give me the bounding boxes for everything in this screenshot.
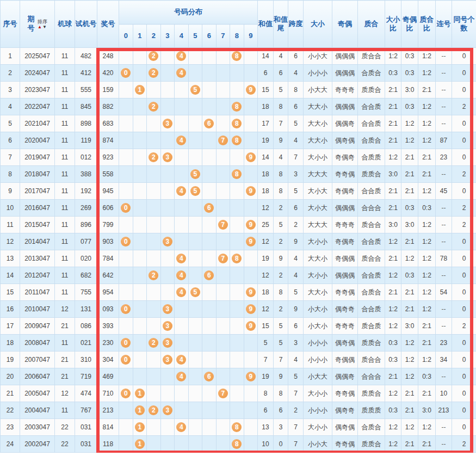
parity-cell: 偶奇偶 <box>332 335 358 352</box>
digit-ball: 4 <box>176 270 186 280</box>
col-header-test[interactable]: 试机号 <box>75 1 97 48</box>
col-header-parity-ratio[interactable]: 奇偶比 <box>401 1 418 48</box>
dist-cell-8 <box>230 65 244 82</box>
table-row: 22200404711767213123662小小小偶奇奇质质质0:32:13:… <box>1 402 476 419</box>
dist-cell-8: 8 <box>230 115 244 132</box>
sum-cell: 12 <box>258 301 274 318</box>
col-header-prime[interactable]: 质合 <box>358 1 385 48</box>
period-cell: 2003047 <box>20 419 55 436</box>
col-header-span[interactable]: 跨度 <box>288 1 304 48</box>
size-cell: 小小大 <box>304 48 332 65</box>
col-header-machine[interactable]: 机球 <box>55 1 75 48</box>
table-row: 32023047115551591591558小大大奇奇奇质质合2:13:02:… <box>1 82 476 98</box>
parity-ratio-cell: 1:2 <box>401 352 418 368</box>
prime-cell: 质合质 <box>358 318 385 335</box>
prize-cell: 248 <box>97 48 119 65</box>
col-header-same-count[interactable]: 同号个数 <box>452 1 476 48</box>
sort-asc-icon[interactable]: ▲ <box>38 25 42 29</box>
col-header-consecutive[interactable]: 连号 <box>436 1 452 48</box>
prize-cell: 710 <box>97 385 119 402</box>
digit-ball: 0 <box>121 304 131 314</box>
digit-ball: 4 <box>176 186 186 196</box>
sort-desc-icon[interactable]: ▼ <box>42 25 47 29</box>
dist-cell-9: 9 <box>244 183 258 200</box>
consecutive-cell: 23 <box>436 149 452 166</box>
dist-cell-7 <box>216 368 230 385</box>
dist-cell-2 <box>147 217 161 233</box>
table-row: 24200204722031118181007小小大奇奇偶质质合1:22:12:… <box>1 436 476 453</box>
dist-cell-8 <box>230 301 244 318</box>
col-header-sum-tail[interactable]: 和值尾 <box>274 1 288 48</box>
prime-cell: 合质合 <box>358 284 385 301</box>
prime-ratio-cell: 0:3 <box>418 200 436 217</box>
prime-cell: 质质合 <box>358 82 385 98</box>
same-count-cell: 0 <box>452 284 476 301</box>
dist-cell-9: 9 <box>244 82 258 98</box>
dist-cell-3: 3 <box>160 318 175 335</box>
consecutive-cell: 34 <box>436 352 452 368</box>
prime-ratio-cell: 1:2 <box>418 233 436 250</box>
prime-ratio-cell: 2:1 <box>418 436 436 453</box>
digit-ball: 6 <box>204 372 214 381</box>
test-cell: 896 <box>75 217 97 233</box>
size-ratio-cell: 3:0 <box>385 166 401 183</box>
table-row: 132013047110207844781994大大小奇偶偶质合合2:11:21… <box>1 250 476 267</box>
dist-cell-1 <box>133 301 147 318</box>
dist-cell-5 <box>188 385 202 402</box>
test-cell: 310 <box>75 352 97 368</box>
digit-ball: 9 <box>246 152 256 162</box>
dist-cell-1 <box>133 65 147 82</box>
col-header-seq[interactable]: 序号 <box>1 1 20 48</box>
dist-cell-4 <box>175 402 189 419</box>
dist-cell-1 <box>133 200 147 217</box>
span-cell: 2 <box>288 402 304 419</box>
parity-cell: 偶偶偶 <box>332 267 358 284</box>
period-cell: 2002047 <box>20 436 55 453</box>
sum-tail-cell: 6 <box>274 65 288 82</box>
col-header-sum[interactable]: 和值 <box>258 1 274 48</box>
parity-cell: 奇奇奇 <box>332 82 358 98</box>
dist-cell-1 <box>133 149 147 166</box>
digit-ball: 8 <box>232 422 242 432</box>
sort-control[interactable]: 排序 ▲ ▼ <box>37 19 48 29</box>
test-cell: 020 <box>75 250 97 267</box>
dist-cell-2 <box>147 82 161 98</box>
prize-cell: 954 <box>97 284 119 301</box>
test-cell: 755 <box>75 284 97 301</box>
dist-cell-8 <box>230 318 244 335</box>
col-header-prize[interactable]: 奖号 <box>97 1 119 48</box>
dist-cell-1 <box>133 233 147 250</box>
dist-cell-9: 9 <box>244 233 258 250</box>
dist-cell-7 <box>216 149 230 166</box>
dist-cell-0 <box>119 132 133 149</box>
col-header-prime-ratio[interactable]: 质合比 <box>418 1 436 48</box>
digit-ball: 6 <box>204 270 214 280</box>
col-header-period[interactable]: 期号 排序 ▲ ▼ <box>20 1 55 48</box>
digit-ball: 2 <box>149 338 158 348</box>
table-row: 18200804711021230023553小小小偶奇偶质质合0:31:22:… <box>1 335 476 352</box>
dist-cell-4: 4 <box>175 284 189 301</box>
seq-cell: 6 <box>1 132 20 149</box>
col-header-size[interactable]: 大小 <box>304 1 332 48</box>
prime-cell: 合质合 <box>358 132 385 149</box>
dist-cell-2: 2 <box>147 48 161 65</box>
size-cell: 大大小 <box>304 115 332 132</box>
table-row: 62020047111198744781994大大小偶奇偶合质合2:11:21:… <box>1 132 476 149</box>
table-row: 232003047220318141481337大小小偶奇偶合质合1:21:21… <box>1 419 476 436</box>
table-row: 142012047116826422461224大小小偶偶偶合合质1:20:31… <box>1 267 476 284</box>
dist-cell-9 <box>244 132 258 149</box>
size-ratio-cell: 1:2 <box>385 436 401 453</box>
digit-ball: 8 <box>232 102 242 112</box>
col-header-parity[interactable]: 奇偶 <box>332 1 358 48</box>
col-header-size-ratio[interactable]: 大小比 <box>385 1 401 48</box>
dist-cell-6 <box>202 98 217 115</box>
size-cell: 大大小 <box>304 98 332 115</box>
digit-header-3: 3 <box>160 24 175 48</box>
dist-cell-0 <box>119 183 133 200</box>
digit-ball: 1 <box>135 405 145 415</box>
period-cell: 2015047 <box>20 217 55 233</box>
dist-cell-8: 8 <box>230 98 244 115</box>
consecutive-cell: -- <box>436 267 452 284</box>
digit-ball: 7 <box>218 389 228 398</box>
consecutive-cell: -- <box>436 166 452 183</box>
